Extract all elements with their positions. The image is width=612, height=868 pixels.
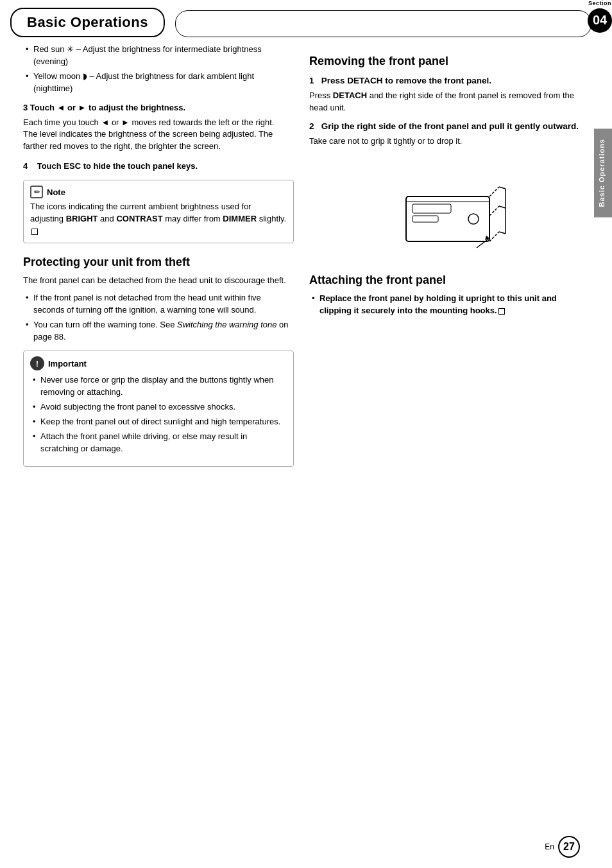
svg-line-2 [489, 187, 499, 196]
end-mark [498, 308, 505, 315]
right-column: Removing the front panel 1 Press DETACH … [309, 44, 580, 474]
list-item: Red sun ✳ – Adjust the brightness for in… [23, 44, 294, 68]
protecting-bullets: If the front panel is not detached from … [23, 292, 294, 343]
removing-step1-heading: 1 Press DETACH to remove the front panel… [309, 75, 580, 87]
step4-heading: 4 Touch ESC to hide the touch panel keys… [23, 161, 294, 172]
svg-line-11 [499, 206, 506, 208]
note-text: The icons indicating the current ambient… [30, 201, 287, 238]
main-content: Red sun ✳ – Adjust the brightness for in… [0, 37, 612, 481]
header-middle-box [175, 10, 591, 37]
left-column: Red sun ✳ – Adjust the brightness for in… [23, 44, 294, 474]
protecting-section: Protecting your unit from theft The fron… [23, 255, 294, 343]
page-header: Basic Operations Section 04 [0, 0, 612, 37]
removing-step1-body: Press DETACH and the right side of the f… [309, 90, 580, 114]
section-box: Section 04 [588, 0, 612, 33]
svg-line-4 [489, 232, 499, 241]
page-title: Basic Operations [27, 14, 148, 31]
svg-point-7 [468, 214, 479, 224]
important-label: Important [48, 359, 87, 369]
list-item: If the front panel is not detached from … [23, 292, 294, 317]
step3-body: Each time you touch ◄ or ► moves red tow… [23, 117, 294, 153]
list-item: Never use force or grip the display and … [30, 374, 287, 399]
svg-rect-5 [412, 204, 451, 213]
svg-line-3 [489, 206, 499, 216]
removing-step2-heading: 2 Grip the right side of the front panel… [309, 121, 580, 133]
protecting-intro: The front panel can be detached from the… [23, 275, 294, 287]
footer-page-number: 27 [558, 836, 580, 858]
front-panel-illustration [309, 158, 580, 263]
list-item: Keep the front panel out of direct sunli… [30, 416, 287, 428]
removing-step2-body: Take care not to grip it tightly or to d… [309, 135, 580, 148]
list-item: Avoid subjecting the front panel to exce… [30, 401, 287, 413]
side-tab: Basic Operations [594, 128, 612, 217]
footer-language: En [545, 842, 554, 851]
important-icon: ! [30, 356, 44, 370]
attaching-heading: Attaching the front panel [309, 273, 580, 288]
intro-bullet-list: Red sun ✳ – Adjust the brightness for in… [23, 44, 294, 94]
protecting-heading: Protecting your unit from theft [23, 255, 294, 270]
svg-rect-6 [412, 216, 438, 222]
svg-rect-0 [406, 196, 489, 241]
important-box: ! Important Never use force or grip the … [23, 351, 294, 467]
important-bullets: Never use force or grip the display and … [30, 374, 287, 455]
section-number: 04 [588, 8, 612, 33]
attaching-bullets: Replace the front panel by holding it up… [309, 293, 580, 317]
list-item: Attach the front panel while driving, or… [30, 431, 287, 455]
end-mark [31, 229, 38, 235]
step3-heading: 3 Touch ◄ or ► to adjust the brightness. [23, 102, 294, 114]
panel-svg [380, 158, 509, 261]
svg-line-10 [499, 187, 506, 189]
removing-heading: Removing the front panel [309, 54, 580, 69]
note-icon: ✏ [30, 186, 43, 198]
list-item: Yellow moon ◗ – Adjust the brightness fo… [23, 71, 294, 95]
svg-line-12 [499, 232, 506, 234]
title-box: Basic Operations [10, 8, 165, 37]
list-item: Replace the front panel by holding it up… [309, 293, 580, 317]
page-footer: En 27 [545, 836, 580, 858]
list-item: You can turn off the warning tone. See S… [23, 319, 294, 343]
section-label: Section [588, 0, 611, 7]
svg-line-8 [477, 238, 489, 248]
note-box: ✏ Note The icons indicating the current … [23, 180, 294, 243]
note-label: Note [47, 187, 65, 197]
note-header: ✏ Note [30, 186, 287, 198]
important-header: ! Important [30, 356, 287, 370]
